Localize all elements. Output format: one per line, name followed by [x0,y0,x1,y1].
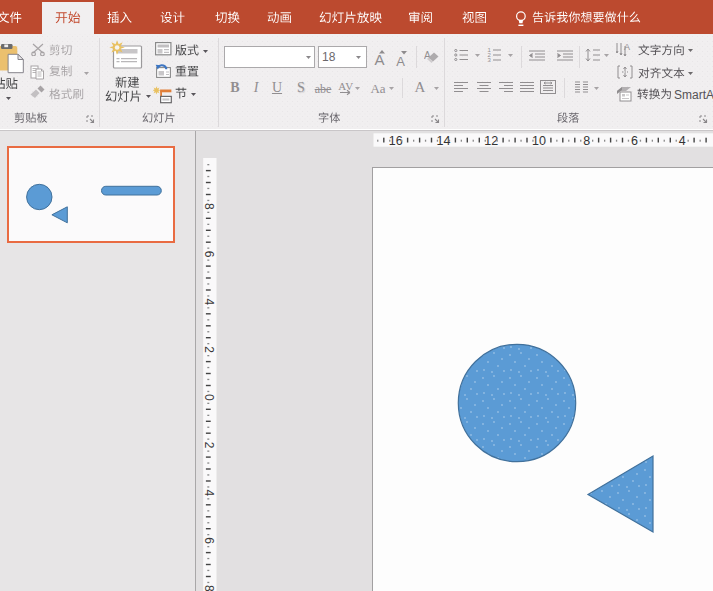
svg-text:4: 4 [679,134,686,147]
svg-text:3: 3 [488,57,492,62]
svg-text:6: 6 [202,537,216,544]
svg-text:16: 16 [389,134,403,147]
svg-text:2: 2 [202,346,216,353]
svg-text:8: 8 [202,585,216,591]
svg-text:14: 14 [436,134,450,147]
svg-text:12: 12 [484,134,498,147]
svg-text:6: 6 [202,251,216,258]
svg-text:0: 0 [202,394,216,401]
svg-text:2: 2 [202,442,216,449]
svg-text:6: 6 [631,134,638,147]
svg-text:10: 10 [532,134,546,147]
svg-text:A: A [624,42,630,52]
svg-text:8: 8 [202,203,216,210]
svg-text:8: 8 [583,134,590,147]
svg-text:4: 4 [202,490,216,497]
svg-text:4: 4 [202,299,216,306]
